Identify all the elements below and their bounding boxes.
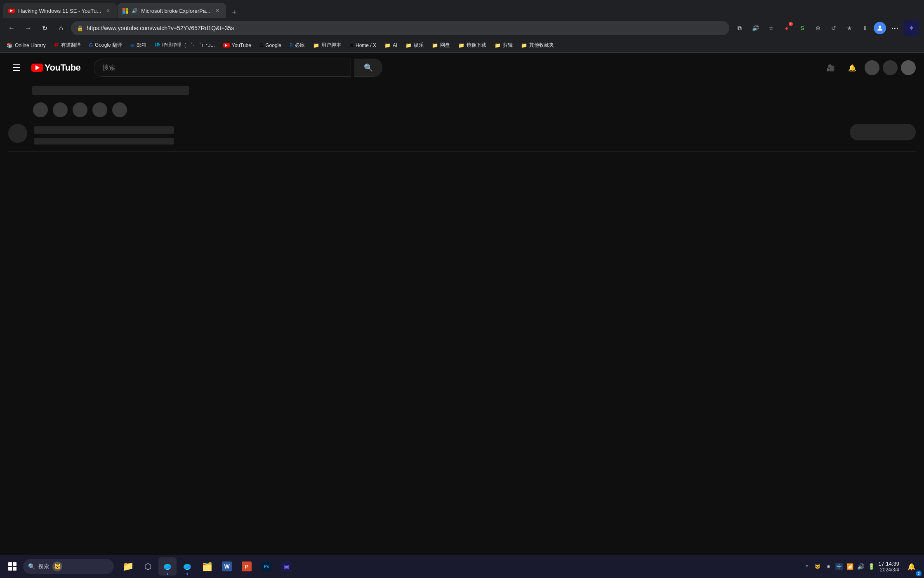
bookmark-youdao-icon: 有: [54, 42, 59, 49]
collections-button[interactable]: ★: [842, 21, 856, 35]
youtube-create-button[interactable]: 🎥: [822, 59, 840, 77]
extension-1-button[interactable]: ● 1: [780, 21, 794, 35]
notification-center[interactable]: 🔔 3: [903, 557, 921, 576]
bookmarks-bar: 📚 Online Library 有 有道翻译 G Google 翻译 ✉ 邮箱…: [0, 38, 924, 53]
bookmark-jingxiang-icon: 📁: [458, 43, 464, 48]
taskbar-apps: 📁 ⬡: [119, 557, 295, 576]
youtube-search-button[interactable]: 🔍: [354, 59, 382, 77]
edge-1-icon: [163, 561, 172, 571]
taskbar-edge-2[interactable]: [178, 557, 196, 576]
battery-icon[interactable]: 🔋: [867, 563, 875, 570]
bookmark-youdao[interactable]: 有 有道翻译: [51, 40, 84, 51]
youtube-logo-text: YouTube: [45, 62, 80, 73]
ime-indicator[interactable]: 中: [835, 563, 843, 570]
youtube-search-bar[interactable]: [94, 59, 351, 77]
copilot-button[interactable]: ✦: [903, 20, 919, 36]
taskbar-task-view[interactable]: ⬡: [139, 557, 157, 576]
screen-search-button[interactable]: ⧉: [733, 21, 747, 35]
bookmark-online-library[interactable]: 📚 Online Library: [3, 40, 49, 51]
nav-bar: ← → ↻ ⌂ 🔒 https://www.youtube.com/watch?…: [0, 18, 924, 38]
favorites-button[interactable]: ☆: [764, 21, 778, 35]
taskbar-search-placeholder: 搜索: [38, 563, 49, 570]
address-bar[interactable]: 🔒 https://www.youtube.com/watch?v=52YV65…: [71, 21, 729, 35]
show-hidden-icons-button[interactable]: ^: [803, 563, 811, 570]
hamburger-line-3: [13, 70, 20, 71]
youtube-logo-play: [35, 65, 40, 70]
bookmark-ai[interactable]: 📁 AI: [381, 40, 401, 51]
bookmark-bilibili[interactable]: 哔 哔哩哔哩（ ゜- ゜）つ...: [151, 40, 218, 51]
speaker-tab-icon: 🔊: [132, 8, 138, 14]
tab-youtube[interactable]: Hacking Windows 11 SE - YouTu... ✕: [3, 3, 117, 18]
profile-button[interactable]: [874, 22, 886, 34]
bookmark-jingxiang[interactable]: 📁 镜像下载: [455, 40, 490, 51]
bookmark-userscript[interactable]: 📁 用户脚本: [310, 40, 344, 51]
file-manager-icon: 📁: [123, 561, 134, 572]
taskbar: 🔍 搜索 🐱 📁 ⬡: [0, 555, 924, 578]
bookmark-online-library-icon: 📚: [7, 43, 13, 48]
tray-icon-2[interactable]: ⊕: [825, 563, 832, 570]
extension-3-button[interactable]: ⊕: [811, 21, 825, 35]
bookmark-x-home[interactable]: ✕ Home / X: [346, 40, 380, 51]
bookmark-youtube[interactable]: YouTube: [220, 40, 255, 51]
channel-info-skeleton: [34, 124, 843, 144]
read-aloud-button[interactable]: 🔊: [748, 21, 762, 35]
start-button[interactable]: [3, 557, 21, 576]
volume-icon[interactable]: 🔊: [857, 563, 864, 570]
youtube-menu-button[interactable]: [8, 59, 25, 76]
downloads-button[interactable]: ⬇: [858, 21, 872, 35]
tray-icon-1[interactable]: 🐱: [814, 563, 821, 570]
taskbar-app-8[interactable]: ▣: [277, 557, 295, 576]
tab-youtube-close[interactable]: ✕: [104, 7, 112, 14]
new-tab-button[interactable]: +: [229, 7, 240, 18]
tab-youtube-title: Hacking Windows 11 SE - YouTu...: [18, 8, 101, 14]
extension-4-button[interactable]: ↺: [827, 21, 841, 35]
tab-microsoft-close[interactable]: ✕: [214, 7, 221, 14]
youtube-notification-button[interactable]: 🔔: [843, 59, 861, 77]
edge-2-icon: [182, 561, 192, 571]
bookmark-yule[interactable]: 📁 娱乐: [402, 40, 427, 51]
youtube-avatar-3[interactable]: [901, 60, 916, 75]
wifi-icon[interactable]: 📶: [846, 563, 853, 570]
system-clock[interactable]: 17:14:39 2024/3/4: [878, 561, 899, 573]
youtube-avatar-2[interactable]: [883, 60, 898, 75]
bookmark-more[interactable]: 📁 其他收藏夹: [518, 40, 557, 51]
home-button[interactable]: ⌂: [54, 21, 68, 35]
tab-microsoft[interactable]: 🔊 Microsoft broke ExplorerPa... ✕: [118, 3, 226, 18]
bookmark-google-translate-icon: G: [89, 43, 93, 48]
taskbar-search[interactable]: 🔍 搜索 🐱: [23, 559, 114, 574]
bookmark-ai-icon: 📁: [384, 43, 391, 48]
forward-button[interactable]: →: [21, 21, 35, 35]
tab-bar: Hacking Windows 11 SE - YouTu... ✕ 🔊 Mic…: [0, 0, 924, 18]
photoshop-icon: Ps: [262, 561, 271, 571]
taskbar-file-explorer[interactable]: 🗂️: [198, 557, 216, 576]
bookmark-more-icon: 📁: [521, 43, 527, 48]
taskbar-search-icon: 🔍: [28, 563, 35, 570]
taskbar-word[interactable]: W: [218, 557, 236, 576]
bookmark-bing[interactable]: B 必应: [286, 40, 308, 51]
bookmark-wangpan[interactable]: 📁 网盘: [429, 40, 453, 51]
back-button[interactable]: ←: [5, 21, 18, 35]
youtube-search-input[interactable]: [102, 64, 342, 71]
youtube-logo[interactable]: YouTube: [31, 62, 80, 73]
taskbar-file-manager[interactable]: 📁: [119, 557, 137, 576]
bookmark-google[interactable]: G Google: [256, 40, 285, 51]
taskbar-powerpoint[interactable]: P: [238, 557, 256, 576]
notification-badge: 3: [916, 571, 922, 576]
taskbar-photoshop[interactable]: Ps: [257, 557, 276, 576]
youtube-header-right: 🎥 🔔: [822, 59, 916, 77]
bookmark-jianji[interactable]: 📁 剪辑: [491, 40, 516, 51]
bookmark-jianji-icon: 📁: [495, 43, 501, 48]
app-8-icon: ▣: [281, 561, 291, 571]
youtube-search-container: 🔍: [94, 59, 382, 77]
channel-avatar-skeleton: [8, 124, 27, 143]
bookmark-email-label: 邮箱: [137, 42, 146, 49]
bookmark-google-icon: G: [259, 43, 263, 48]
taskbar-edge-1[interactable]: [158, 557, 177, 576]
toolbar-right: ⧉ 🔊 ☆ ● 1 S ⊕ ↺ ★ ⬇: [733, 20, 919, 36]
bookmark-email[interactable]: ✉ 邮箱: [127, 40, 150, 51]
youtube-avatar-1[interactable]: [865, 60, 879, 75]
refresh-button[interactable]: ↻: [38, 21, 51, 35]
extension-2-button[interactable]: S: [795, 21, 809, 35]
settings-button[interactable]: ⋯: [888, 21, 902, 35]
bookmark-google-translate[interactable]: G Google 翻译: [86, 40, 125, 51]
